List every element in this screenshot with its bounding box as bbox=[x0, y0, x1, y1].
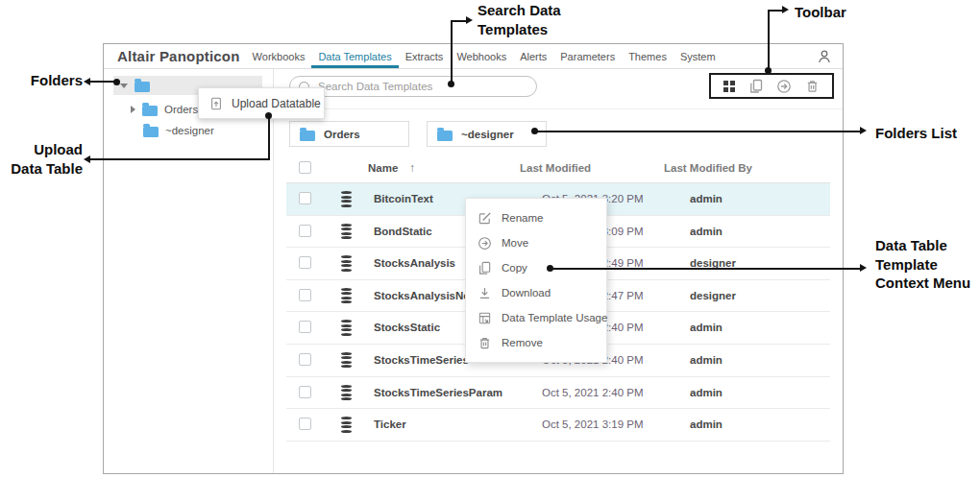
row-checkbox[interactable] bbox=[299, 386, 311, 398]
tab-workbooks[interactable]: Workbooks bbox=[246, 44, 312, 68]
altair-panopticon-logo: Altair Panopticon bbox=[117, 48, 240, 64]
annotation-dot bbox=[113, 79, 120, 85]
row-name: StocksTimeSeries bbox=[374, 354, 469, 366]
annotation-arrowhead bbox=[860, 127, 867, 134]
database-icon bbox=[341, 191, 352, 207]
row-modified: Oct 5, 2021 2:40 PM bbox=[542, 387, 643, 398]
annotation-line bbox=[451, 20, 467, 22]
column-header-last-modified-by[interactable]: Last Modified By bbox=[664, 162, 752, 174]
panopticon-window: Altair Panopticon Workbooks Data Templat… bbox=[103, 43, 844, 474]
column-header-name[interactable]: Name bbox=[368, 162, 398, 174]
folder-icon bbox=[300, 131, 315, 141]
sidebar-divider bbox=[273, 69, 274, 473]
row-checkbox[interactable] bbox=[299, 256, 311, 269]
menu-item-label: Rename bbox=[502, 212, 543, 224]
row-modified-by: admin bbox=[690, 322, 723, 333]
upload-datatable-menu-item[interactable]: Upload Datatable bbox=[198, 87, 325, 119]
row-checkbox[interactable] bbox=[299, 321, 311, 333]
folder-tree-item-designer[interactable]: ~designer bbox=[143, 121, 214, 140]
tab-alerts[interactable]: Alerts bbox=[513, 44, 553, 68]
folder-label: ~designer bbox=[165, 125, 214, 136]
annotation-line bbox=[552, 268, 862, 270]
row-modified-by: admin bbox=[690, 387, 723, 398]
menu-item-download[interactable]: Download bbox=[466, 280, 606, 305]
tab-webhooks[interactable]: Webhooks bbox=[450, 44, 513, 68]
folder-tree-item-orders[interactable]: Orders bbox=[131, 100, 198, 119]
row-modified-by: admin bbox=[690, 193, 723, 204]
tab-themes[interactable]: Themes bbox=[622, 44, 674, 68]
database-icon bbox=[341, 385, 352, 401]
tab-data-templates[interactable]: Data Templates bbox=[311, 44, 398, 68]
caret-down-icon[interactable] bbox=[120, 84, 128, 88]
row-name: StocksStatic bbox=[374, 322, 440, 333]
select-all-checkbox[interactable] bbox=[299, 161, 311, 174]
annotation-arrowhead bbox=[84, 78, 90, 85]
annotation-dot bbox=[265, 112, 272, 119]
app-header: Altair Panopticon Workbooks Data Templat… bbox=[104, 44, 843, 69]
database-icon bbox=[341, 224, 352, 240]
annotation-context-menu: Data Table Template Context Menu bbox=[875, 236, 979, 293]
row-checkbox[interactable] bbox=[299, 289, 311, 301]
menu-item-label: Copy bbox=[502, 262, 527, 274]
annotation-folders-list: Folders List bbox=[875, 124, 980, 143]
tab-parameters[interactable]: Parameters bbox=[553, 44, 622, 68]
remove-icon bbox=[478, 336, 492, 350]
folder-label: Orders bbox=[164, 104, 198, 115]
user-account-icon[interactable] bbox=[817, 49, 832, 68]
table-row[interactable]: Ticker Oct 5, 2021 3:19 PM admin bbox=[286, 409, 830, 442]
folder-chip-label: Orders bbox=[324, 129, 360, 140]
folder-icon bbox=[135, 82, 150, 92]
annotation-line bbox=[451, 21, 453, 83]
row-modified-by: admin bbox=[690, 226, 723, 237]
data-template-usage-icon bbox=[478, 311, 492, 325]
move-icon[interactable] bbox=[776, 79, 792, 94]
remove-icon[interactable] bbox=[805, 79, 820, 94]
row-name: StocksTimeSeriesParam bbox=[374, 387, 502, 398]
annotation-arrowhead bbox=[466, 16, 473, 24]
annotation-line bbox=[268, 116, 270, 160]
row-name: Ticker bbox=[374, 418, 406, 430]
database-icon bbox=[341, 288, 352, 304]
menu-item-remove[interactable]: Remove bbox=[466, 330, 606, 355]
move-icon bbox=[478, 236, 492, 251]
data-table-context-menu: Rename Move Copy Download bbox=[465, 198, 607, 363]
annotation-arrowhead bbox=[782, 6, 789, 13]
folder-chip-orders[interactable]: Orders bbox=[289, 121, 409, 147]
annotation-toolbar: Toolbar bbox=[795, 3, 846, 22]
database-icon bbox=[341, 352, 352, 369]
copy-icon bbox=[478, 261, 492, 275]
annotation-line bbox=[768, 10, 783, 12]
menu-item-rename[interactable]: Rename bbox=[466, 205, 606, 230]
search-box[interactable] bbox=[289, 76, 537, 97]
table-header: Name ↑ Last Modified Last Modified By bbox=[286, 155, 830, 183]
folder-chip-designer[interactable]: ~designer bbox=[427, 121, 547, 147]
menu-item-move[interactable]: Move bbox=[466, 230, 606, 255]
folder-chip-label: ~designer bbox=[461, 129, 514, 140]
table-row[interactable]: StocksTimeSeriesParam Oct 5, 2021 2:40 P… bbox=[286, 377, 830, 410]
search-input[interactable] bbox=[316, 80, 507, 93]
copy-icon[interactable] bbox=[748, 79, 764, 94]
annotation-dot bbox=[547, 265, 553, 272]
row-checkbox[interactable] bbox=[299, 192, 311, 204]
row-checkbox[interactable] bbox=[299, 225, 311, 237]
row-checkbox[interactable] bbox=[299, 353, 311, 366]
row-checkbox[interactable] bbox=[299, 418, 311, 430]
toolbar-row-divider bbox=[274, 108, 843, 109]
upload-icon bbox=[209, 96, 223, 111]
database-icon bbox=[341, 417, 352, 433]
caret-right-icon[interactable] bbox=[131, 106, 135, 113]
annotation-search-data-templates: Search Data Templates bbox=[478, 1, 588, 38]
grid-view-icon[interactable] bbox=[723, 81, 735, 92]
toolbar bbox=[709, 73, 834, 99]
annotation-line bbox=[768, 11, 770, 69]
row-name: BondStatic bbox=[374, 226, 432, 237]
tab-system[interactable]: System bbox=[674, 44, 723, 68]
column-header-last-modified[interactable]: Last Modified bbox=[520, 162, 591, 174]
tab-extracts[interactable]: Extracts bbox=[399, 44, 451, 68]
row-name: BitcoinText bbox=[374, 193, 433, 204]
annotation-arrowhead bbox=[860, 264, 867, 272]
menu-item-data-template-usage[interactable]: Data Template Usage bbox=[466, 305, 606, 330]
main-nav: Workbooks Data Templates Extracts Webhoo… bbox=[246, 44, 723, 68]
sort-ascending-icon[interactable]: ↑ bbox=[409, 161, 415, 175]
row-modified: Oct 5, 2021 3:19 PM bbox=[542, 418, 643, 430]
